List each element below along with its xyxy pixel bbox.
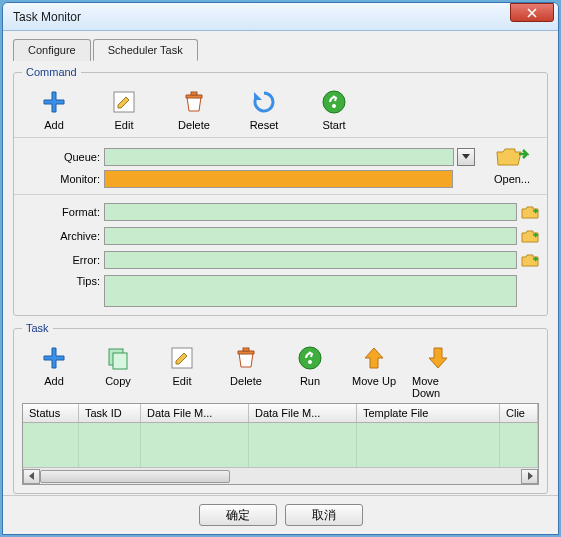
task-table: Status Task ID Data File M... Data File … (22, 403, 539, 485)
col-template[interactable]: Template File (357, 404, 500, 422)
command-legend: Command (22, 66, 81, 78)
svg-point-3 (332, 104, 336, 108)
chevron-right-icon (527, 472, 533, 480)
tips-box (104, 275, 517, 307)
chevron-down-icon (462, 154, 470, 160)
run-icon (297, 345, 323, 371)
svg-rect-5 (113, 353, 127, 369)
open-label: Open... (485, 173, 539, 185)
svg-point-8 (299, 347, 321, 369)
cancel-button[interactable]: 取消 (285, 504, 363, 526)
edit-icon (169, 345, 195, 371)
scroll-left-button[interactable] (23, 469, 40, 484)
plus-icon (41, 345, 67, 371)
task-copy-button[interactable]: Copy (92, 344, 144, 399)
svg-point-9 (308, 360, 312, 364)
archive-browse-button[interactable] (521, 229, 539, 243)
divider (14, 137, 547, 138)
reset-button[interactable]: Reset (238, 88, 290, 131)
archive-input[interactable] (104, 227, 517, 245)
scroll-thumb[interactable] (40, 470, 230, 483)
open-button[interactable] (485, 146, 539, 168)
folder-icon (521, 253, 539, 267)
table-header: Status Task ID Data File M... Data File … (23, 404, 538, 423)
error-input[interactable] (104, 251, 517, 269)
trash-icon (233, 345, 259, 371)
start-icon (321, 89, 347, 115)
format-browse-button[interactable] (521, 205, 539, 219)
svg-rect-1 (191, 92, 197, 95)
task-edit-button[interactable]: Edit (156, 344, 208, 399)
col-datafile2[interactable]: Data File M... (249, 404, 357, 422)
edit-icon (111, 89, 137, 115)
arrow-up-icon (363, 346, 385, 370)
edit-button[interactable]: Edit (98, 88, 150, 131)
tab-bar: Configure Scheduler Task (13, 39, 548, 61)
col-client[interactable]: Clie (500, 404, 538, 422)
scroll-track[interactable] (40, 469, 521, 484)
command-group: Command Add Edit Delete Reset (13, 66, 548, 316)
move-up-button[interactable]: Move Up (348, 344, 400, 399)
archive-label: Archive: (22, 230, 100, 242)
tab-configure[interactable]: Configure (13, 39, 91, 61)
format-input[interactable] (104, 203, 517, 221)
error-label: Error: (22, 254, 100, 266)
task-toolbar: Add Copy Edit Delete Run (22, 340, 539, 399)
reset-icon (251, 89, 277, 115)
tab-scheduler-task[interactable]: Scheduler Task (93, 39, 198, 61)
task-group: Task Add Copy Edit Delete (13, 322, 548, 494)
svg-rect-7 (243, 348, 249, 351)
titlebar: Task Monitor (3, 3, 558, 31)
move-down-button[interactable]: Move Down (412, 344, 464, 399)
col-status[interactable]: Status (23, 404, 79, 422)
copy-icon (105, 345, 131, 371)
task-add-button[interactable]: Add (28, 344, 80, 399)
monitor-label: Monitor: (22, 173, 100, 185)
delete-button[interactable]: Delete (168, 88, 220, 131)
folder-icon (521, 205, 539, 219)
add-button[interactable]: Add (28, 88, 80, 131)
scroll-right-button[interactable] (521, 469, 538, 484)
table-body (23, 423, 538, 467)
arrow-down-icon (427, 346, 449, 370)
error-browse-button[interactable] (521, 253, 539, 267)
task-run-button[interactable]: Run (284, 344, 336, 399)
queue-dropdown-button[interactable] (457, 148, 475, 166)
window-title: Task Monitor (13, 10, 510, 24)
window: Task Monitor Configure Scheduler Task Co… (2, 2, 559, 535)
folder-icon (521, 229, 539, 243)
plus-icon (41, 89, 67, 115)
queue-select[interactable] (104, 148, 454, 166)
task-legend: Task (22, 322, 53, 334)
svg-point-2 (323, 91, 345, 113)
task-delete-button[interactable]: Delete (220, 344, 272, 399)
command-toolbar: Add Edit Delete Reset Start (22, 84, 539, 131)
col-taskid[interactable]: Task ID (79, 404, 141, 422)
footer: 确定 取消 (3, 495, 558, 534)
ok-button[interactable]: 确定 (199, 504, 277, 526)
queue-label: Queue: (22, 151, 100, 163)
col-datafile1[interactable]: Data File M... (141, 404, 249, 422)
divider (14, 194, 547, 195)
folder-open-icon (495, 146, 529, 168)
close-icon (527, 8, 537, 18)
format-label: Format: (22, 206, 100, 218)
tips-label: Tips: (22, 275, 100, 287)
monitor-input[interactable] (104, 170, 453, 188)
chevron-left-icon (29, 472, 35, 480)
client-area: Configure Scheduler Task Command Add Edi… (3, 31, 558, 495)
trash-icon (181, 89, 207, 115)
horizontal-scrollbar[interactable] (23, 467, 538, 484)
close-button[interactable] (510, 3, 554, 22)
start-button[interactable]: Start (308, 88, 360, 131)
